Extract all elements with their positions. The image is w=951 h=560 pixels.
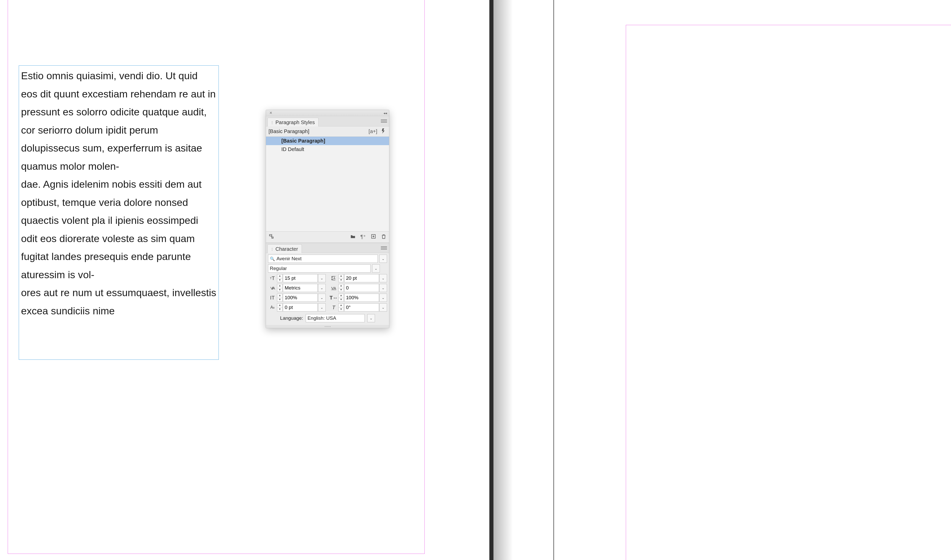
kerning-dropdown-icon[interactable]: ⌄ bbox=[318, 284, 326, 292]
tab-expand-chevrons-icon: ⋮ bbox=[270, 121, 274, 124]
page-right-edge bbox=[489, 0, 494, 560]
tab-label: Paragraph Styles bbox=[275, 120, 315, 125]
font-family-input[interactable] bbox=[277, 256, 376, 262]
tab-label: Character bbox=[275, 246, 298, 252]
font-size-input[interactable] bbox=[285, 275, 316, 281]
paragraph-style-item-label: [Basic Paragraph] bbox=[282, 138, 325, 144]
map-styles-icon[interactable] bbox=[269, 234, 274, 240]
leading-stepper[interactable]: ▲▼ bbox=[338, 274, 344, 282]
new-style-icon[interactable] bbox=[371, 234, 376, 240]
tracking-dropdown-icon[interactable]: ⌄ bbox=[379, 284, 387, 292]
baseline-shift-input[interactable] bbox=[285, 305, 316, 310]
vertical-scale-dropdown-icon[interactable]: ⌄ bbox=[318, 294, 326, 302]
kerning-stepper[interactable]: ▲▼ bbox=[277, 284, 283, 292]
clear-overrides-icon[interactable]: ¶⁺ bbox=[360, 234, 366, 240]
panel-menu-icon[interactable] bbox=[381, 246, 387, 250]
panel-titlebar[interactable]: × ◂◂ bbox=[266, 110, 389, 116]
collapse-panel-icon[interactable]: ◂◂ bbox=[383, 111, 387, 115]
style-group-folder-icon[interactable] bbox=[350, 234, 356, 240]
tracking-icon: VA bbox=[329, 286, 338, 290]
language-input[interactable] bbox=[308, 315, 363, 321]
page-two-margin-frame bbox=[626, 25, 951, 560]
skew-stepper[interactable]: ▲▼ bbox=[338, 303, 344, 312]
panel-group[interactable]: × ◂◂ ⋮ Paragraph Styles [Basic Paragraph… bbox=[266, 110, 389, 328]
paragraph-style-item[interactable]: [Basic Paragraph] bbox=[266, 137, 389, 145]
character-tabrow: ⋮ Character bbox=[266, 243, 389, 253]
skew-icon: T bbox=[329, 305, 338, 311]
paragraph-style-item-label: ID Default bbox=[282, 146, 304, 152]
svg-text:A: A bbox=[333, 277, 335, 280]
paragraph-style-item[interactable]: ID Default bbox=[266, 145, 389, 154]
search-icon: 🔍 bbox=[270, 256, 275, 261]
quick-apply-icon[interactable] bbox=[381, 128, 386, 135]
panel-menu-icon[interactable] bbox=[381, 119, 387, 123]
trash-icon[interactable] bbox=[381, 234, 386, 240]
paragraph-styles-tabrow: ⋮ Paragraph Styles bbox=[266, 116, 389, 126]
horizontal-scale-icon: T↔ bbox=[329, 295, 338, 301]
panel-resize-grip[interactable] bbox=[266, 325, 389, 328]
font-family-combo[interactable]: 🔍 bbox=[268, 255, 378, 263]
font-size-dropdown-icon[interactable]: ⌄ bbox=[318, 274, 326, 282]
font-style-input[interactable] bbox=[270, 266, 369, 271]
vertical-scale-icon: IT bbox=[268, 295, 277, 301]
paragraph-styles-footer: ¶⁺ bbox=[266, 232, 389, 243]
close-icon[interactable]: × bbox=[269, 111, 273, 115]
paragraph-styles-header: [Basic Paragraph] [a+] bbox=[266, 126, 389, 137]
new-style-badge-icon[interactable]: [a+] bbox=[369, 128, 377, 134]
language-label: Language: bbox=[280, 315, 303, 321]
skew-dropdown-icon[interactable]: ⌄ bbox=[379, 303, 387, 312]
language-dropdown-icon[interactable]: ⌄ bbox=[367, 314, 375, 322]
horizontal-scale-stepper[interactable]: ▲▼ bbox=[338, 294, 344, 302]
language-combo[interactable] bbox=[306, 314, 365, 322]
leading-icon: A bbox=[329, 275, 338, 281]
text-frame-content[interactable]: Estio omnis quiasimi, vendi dio. Ut quid… bbox=[21, 67, 217, 320]
tab-character[interactable]: ⋮ Character bbox=[268, 245, 302, 253]
tracking-stepper[interactable]: ▲▼ bbox=[338, 284, 344, 292]
horizontal-scale-dropdown-icon[interactable]: ⌄ bbox=[379, 294, 387, 302]
character-panel-body: 🔍 ⌄ ⌄ TT ▲▼ ⌄ bbox=[266, 253, 389, 325]
baseline-shift-dropdown-icon[interactable]: ⌄ bbox=[318, 303, 326, 312]
page-right-shadow bbox=[494, 0, 513, 560]
page-two-left-edge bbox=[554, 0, 554, 560]
tab-expand-chevrons-icon: ⋮ bbox=[270, 248, 274, 251]
font-family-dropdown-icon[interactable]: ⌄ bbox=[379, 255, 387, 263]
horizontal-scale-input[interactable] bbox=[346, 295, 377, 300]
tab-paragraph-styles[interactable]: ⋮ Paragraph Styles bbox=[268, 118, 319, 126]
kerning-icon: V/A bbox=[268, 286, 277, 290]
font-style-combo[interactable] bbox=[268, 265, 371, 272]
paragraph-styles-list[interactable]: [Basic Paragraph] ID Default bbox=[266, 137, 389, 232]
font-size-icon: TT bbox=[268, 275, 277, 281]
leading-input[interactable] bbox=[346, 275, 377, 281]
text-frame[interactable]: Estio omnis quiasimi, vendi dio. Ut quid… bbox=[19, 65, 219, 360]
current-paragraph-style: [Basic Paragraph] bbox=[269, 128, 309, 134]
font-size-stepper[interactable]: ▲▼ bbox=[277, 274, 283, 282]
vertical-scale-input[interactable] bbox=[285, 295, 316, 300]
leading-dropdown-icon[interactable]: ⌄ bbox=[379, 274, 387, 282]
baseline-shift-stepper[interactable]: ▲▼ bbox=[277, 303, 283, 312]
baseline-shift-icon: Aa bbox=[268, 305, 277, 310]
kerning-input[interactable] bbox=[285, 285, 316, 291]
skew-input[interactable] bbox=[346, 305, 377, 310]
vertical-scale-stepper[interactable]: ▲▼ bbox=[277, 294, 283, 302]
tracking-input[interactable] bbox=[346, 285, 377, 291]
font-style-dropdown-icon[interactable]: ⌄ bbox=[372, 265, 380, 272]
